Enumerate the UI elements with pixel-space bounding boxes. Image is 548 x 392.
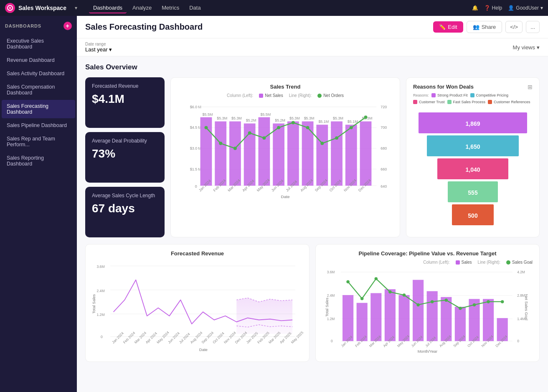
svg-point-45	[277, 126, 280, 129]
svg-text:2.4M: 2.4M	[327, 293, 335, 298]
svg-text:0: 0	[101, 335, 103, 339]
legend-fast-sales: Fast Sales Process	[447, 100, 486, 104]
legend-label-left: Column (Left):	[227, 93, 253, 98]
forecasted-revenue-svg: 3.6M 2.4M 1.2M 0 Total Sales	[92, 260, 302, 352]
svg-text:0: 0	[331, 339, 333, 343]
svg-point-46	[292, 121, 295, 124]
svg-text:$5.3M: $5.3M	[231, 116, 242, 120]
svg-point-138	[473, 303, 476, 306]
svg-point-130	[360, 297, 363, 300]
help-link[interactable]: ❓ Help	[484, 5, 502, 11]
svg-text:640: 640	[381, 184, 387, 188]
forecasted-revenue-title: Forecasted Revenue	[92, 250, 302, 257]
table-icon[interactable]: ⊞	[528, 84, 533, 90]
sidebar-item-executive[interactable]: Executive Sales Dashboard	[2, 35, 75, 53]
share-button[interactable]: 👥 Share	[467, 21, 502, 33]
sidebar-item-activity[interactable]: Sales Activity Dashboard	[2, 67, 75, 80]
svg-text:Jan 2024: Jan 2024	[111, 331, 124, 344]
legend-net-orders: Net Orders	[323, 93, 344, 98]
svg-text:Apr 2024: Apr 2024	[145, 331, 158, 344]
svg-rect-22	[287, 121, 299, 186]
my-views-button[interactable]: My views ▾	[513, 44, 540, 51]
funnel-svg: 1,869 1,650 1,040 555 500	[413, 108, 533, 229]
edit-button[interactable]: ✏️ Edit	[433, 21, 463, 33]
pipeline-coverage-title: Pipeline Coverage: Pipeline Value vs. Re…	[322, 250, 533, 257]
sidebar-item-reporting[interactable]: Sales Reporting Dashboard	[2, 152, 75, 170]
svg-text:Total Sales: Total Sales	[91, 294, 96, 314]
reasons-won-title: Reasons for Won Deals	[413, 84, 474, 90]
date-range-value[interactable]: Last year ▾	[85, 46, 112, 53]
svg-text:4.2M: 4.2M	[517, 270, 525, 274]
svg-point-49	[335, 136, 338, 140]
sidebar-item-revenue[interactable]: Revenue Dashboard	[2, 54, 75, 66]
sidebar-item-pipeline[interactable]: Sales Pipeline Dashboard	[2, 119, 75, 132]
my-views-chevron-icon: ▾	[537, 44, 540, 51]
kpi-forecasted-revenue: Forecasted Revenue $4.1M	[85, 77, 165, 128]
workspace-dropdown[interactable]: ▾	[75, 5, 77, 11]
kpi-cycle-length-value: 67 days	[92, 202, 158, 215]
legend-sales: Sales	[462, 260, 472, 265]
top-row: Forecasted Revenue $4.1M Average Deal Pr…	[85, 77, 540, 237]
svg-point-129	[346, 280, 349, 283]
top-navigation: Sales Workspace ▾ Dashboards Analyze Met…	[0, 0, 548, 16]
svg-marker-84	[236, 298, 292, 334]
pipeline-coverage-chart: Pipeline Coverage: Pipeline Value vs. Re…	[315, 244, 540, 362]
svg-text:$5.2M: $5.2M	[275, 118, 285, 122]
svg-text:660: 660	[381, 167, 387, 171]
bell-icon: 🔔	[472, 5, 478, 11]
sidebar: DASHBOARDS + Executive Sales Dashboard R…	[0, 16, 77, 392]
svg-rect-27	[360, 121, 372, 186]
user-icon: 👤	[508, 5, 514, 11]
svg-text:555: 555	[468, 189, 478, 196]
legend-sales-goal: Sales Goal	[512, 260, 533, 265]
kpi-deal-probability-value: 73%	[92, 147, 158, 160]
sidebar-item-compensation[interactable]: Sales Compensation Dashboard	[2, 81, 75, 99]
kpi-forecasted-revenue-value: $4.1M	[92, 92, 158, 106]
help-label: Help	[492, 5, 502, 11]
nav-tab-data[interactable]: Data	[185, 3, 205, 13]
svg-text:1,869: 1,869	[465, 120, 480, 127]
kpi-deal-probability: Average Deal Probability 73%	[85, 132, 165, 183]
user-name: GoodUser	[516, 5, 539, 11]
svg-rect-123	[427, 291, 438, 341]
sidebar-item-forecasting[interactable]: Sales Forecasting Dashboard	[2, 100, 75, 118]
pipeline-svg: 3.6M 2.4M 1.2M 0 4.2M 2.8M 1.4M 0 Total …	[322, 266, 533, 354]
svg-text:$5.5M: $5.5M	[203, 112, 213, 117]
dashboard-actions: ✏️ Edit 👥 Share </> ...	[433, 21, 540, 33]
kpi-cards: Forecasted Revenue $4.1M Average Deal Pr…	[85, 77, 165, 237]
sidebar-title: DASHBOARDS	[5, 23, 41, 28]
sales-trend-title: Sales Trend	[178, 84, 393, 90]
more-options-button[interactable]: ...	[526, 21, 540, 33]
svg-rect-24	[316, 125, 328, 186]
toolbar: Date range Last year ▾ My views ▾	[77, 38, 548, 56]
legend-col-label: Column (Left):	[423, 260, 449, 265]
legend-net-sales: Net Sales	[265, 93, 283, 98]
kpi-forecasted-revenue-label: Forecasted Revenue	[92, 83, 158, 90]
user-menu[interactable]: 👤 GoodUser ▾	[508, 5, 543, 11]
sidebar-header: DASHBOARDS +	[0, 16, 77, 34]
forecasted-revenue-chart: Forecasted Revenue 3.6M 2.4M 1.2M 0 Tota…	[85, 244, 310, 362]
sidebar-item-rep-team[interactable]: Sales Rep and Team Perform...	[2, 132, 75, 151]
nav-right: 🔔 ❓ Help 👤 GoodUser ▾	[472, 5, 543, 11]
svg-rect-124	[441, 297, 452, 341]
bottom-row: Forecasted Revenue 3.6M 2.4M 1.2M 0 Tota…	[85, 244, 540, 362]
date-chevron-icon: ▾	[109, 46, 112, 53]
code-button[interactable]: </>	[505, 21, 523, 33]
svg-text:1,040: 1,040	[465, 166, 480, 173]
svg-point-135	[431, 300, 434, 303]
legend-line-label: Line (Right):	[478, 260, 500, 265]
nav-tab-dashboards[interactable]: Dashboards	[89, 3, 127, 13]
svg-point-41	[219, 142, 222, 145]
edit-icon: ✏️	[439, 24, 446, 30]
notifications[interactable]: 🔔	[472, 5, 478, 11]
svg-text:0: 0	[517, 339, 519, 343]
svg-text:1.4M: 1.4M	[517, 317, 525, 321]
kpi-deal-probability-label: Average Deal Probability	[92, 138, 158, 145]
add-dashboard-button[interactable]: +	[63, 22, 72, 30]
svg-text:$5.1M: $5.1M	[348, 120, 358, 124]
date-range-selector[interactable]: Date range Last year ▾	[85, 42, 112, 53]
nav-tab-metrics[interactable]: Metrics	[157, 3, 183, 13]
svg-rect-127	[483, 299, 494, 341]
nav-tab-analyze[interactable]: Analyze	[128, 3, 156, 13]
app-logo: Sales Workspace	[5, 3, 66, 13]
